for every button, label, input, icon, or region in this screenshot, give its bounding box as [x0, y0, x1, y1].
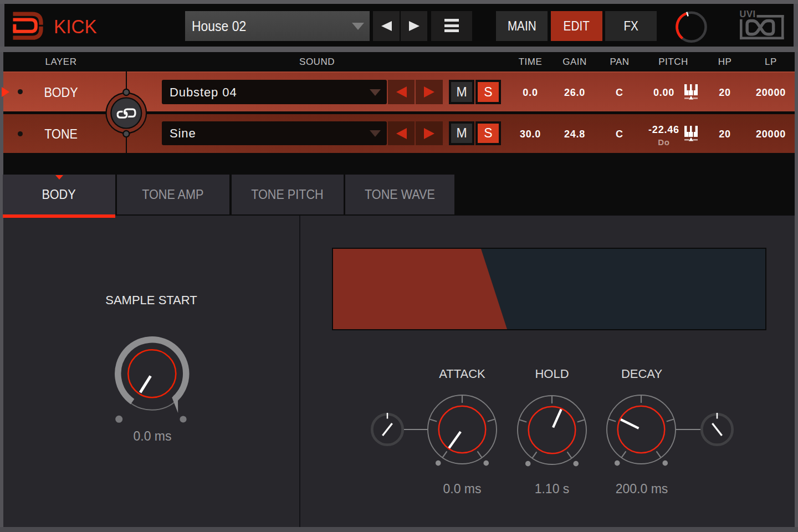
svg-text:UVI: UVI [740, 9, 756, 19]
